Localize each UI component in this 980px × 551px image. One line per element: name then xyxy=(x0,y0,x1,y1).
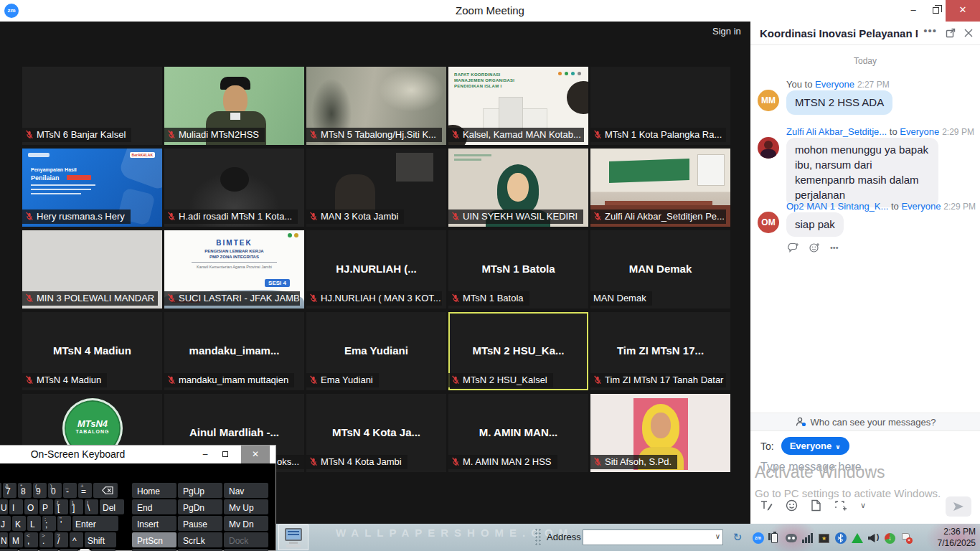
osk-key[interactable]: PgDn xyxy=(178,499,222,514)
osk-key[interactable]: Shift xyxy=(85,532,116,547)
osk-key[interactable]: PrtScn xyxy=(132,532,176,547)
participant-tile[interactable]: Siti Afsoh, S.Pd. xyxy=(590,394,730,472)
action-center-flag-icon[interactable]: ✕ xyxy=(900,530,913,546)
recipient-selector[interactable]: Everyone∨ xyxy=(781,437,849,455)
toolbar-gripper[interactable] xyxy=(534,528,542,547)
chat-popout-icon[interactable] xyxy=(946,28,956,38)
zoom-icon[interactable]: zm xyxy=(752,530,764,546)
bluetooth-icon[interactable] xyxy=(834,530,847,546)
participant-tile[interactable]: MAN 3 Kota Jambi xyxy=(306,149,446,227)
osk-key[interactable] xyxy=(93,483,118,498)
address-refresh-button[interactable]: ↻ xyxy=(729,529,746,545)
osk-key[interactable]: =+ xyxy=(78,483,92,498)
participant-tile[interactable]: MTsN 4 Kota Ja...MTsN 4 Kota Jambi xyxy=(306,394,446,472)
osk-key[interactable]: K xyxy=(12,516,26,531)
osk-maximize-button[interactable] xyxy=(215,446,235,463)
add-reaction-icon[interactable] xyxy=(809,242,820,253)
osk-key[interactable]: \| xyxy=(85,499,98,514)
send-button[interactable] xyxy=(946,496,971,517)
osk-key[interactable]: 0) xyxy=(48,483,62,498)
chat-close-icon[interactable] xyxy=(964,29,973,37)
battery-icon[interactable] xyxy=(768,530,781,546)
osk-key[interactable]: End xyxy=(132,499,176,514)
message-recipient[interactable]: Everyone xyxy=(901,201,941,212)
idm-icon[interactable]: ↓ xyxy=(884,530,896,546)
osk-key[interactable]: 8* xyxy=(18,483,32,498)
smadav-icon[interactable] xyxy=(851,530,863,546)
participant-tile[interactable]: UIN SYEKH WASIL KEDIRI xyxy=(448,149,588,227)
screenshot-tool-icon[interactable]: ★ xyxy=(818,530,830,546)
format-text-icon[interactable] xyxy=(760,500,773,512)
participant-tile[interactable]: MTsN 2 HSU_Ka...MTsN 2 HSU_Kalsel xyxy=(448,312,588,390)
participant-tile[interactable]: M. AMIN MAN...M. AMIN MAN 2 HSS xyxy=(448,394,588,472)
privacy-bar[interactable]: Who can see your messages? xyxy=(750,413,980,431)
participant-tile[interactable]: Zulfi Ali Akbar_Setditjen Pe... xyxy=(590,149,730,227)
participant-tile[interactable]: Tim ZI MTsN 17...Tim ZI MTsN 17 Tanah Da… xyxy=(590,312,730,390)
participant-tile[interactable]: RAPAT KOORDINASIMANAJEMEN ORGANISASIPEND… xyxy=(448,67,588,145)
participant-tile[interactable]: HJ.NURLIAH (...HJ.NURLIAH ( MAN 3 KOT... xyxy=(306,230,446,309)
message-recipient[interactable]: Everyone xyxy=(900,126,939,137)
participant-tile[interactable]: MTsN 1 BatolaMTsN 1 Batola xyxy=(448,230,588,309)
osk-key-partial[interactable] xyxy=(0,483,1,498)
osk-key[interactable]: ScrLk xyxy=(178,532,222,547)
participant-tile[interactable]: MAN DemakMAN Demak xyxy=(590,230,730,309)
participant-tile[interactable]: MTsN 4 MadiunMTsN 4 Madiun xyxy=(22,312,162,390)
close-button[interactable]: ✕ xyxy=(946,0,980,22)
osk-key-partial[interactable]: U xyxy=(0,499,8,514)
restore-button[interactable] xyxy=(925,0,946,22)
participant-tile[interactable]: Muliadi MTsN2HSS xyxy=(164,67,304,145)
osk-key[interactable]: Mv Dn xyxy=(224,516,268,531)
osk-key[interactable]: /? xyxy=(55,532,68,547)
taskbar-osk-button[interactable] xyxy=(278,524,308,550)
reply-icon[interactable] xyxy=(788,242,799,253)
osk-key[interactable]: '" xyxy=(57,516,71,531)
avatar[interactable] xyxy=(758,137,779,159)
osk-key[interactable]: Insert xyxy=(132,516,176,531)
osk-key[interactable]: Nav xyxy=(224,483,268,498)
emoji-icon[interactable] xyxy=(786,499,798,512)
more-options-chevron-icon[interactable]: ∨ xyxy=(860,501,866,510)
file-icon[interactable] xyxy=(811,499,821,512)
message-more-icon[interactable]: ••• xyxy=(830,243,839,252)
participant-tile[interactable]: MTsN 6 Banjar Kalsel xyxy=(22,67,162,145)
network-signal-icon[interactable] xyxy=(801,530,814,546)
osk-key[interactable]: -_ xyxy=(63,483,77,498)
osk-key[interactable]: .> xyxy=(39,532,53,547)
discord-icon[interactable] xyxy=(785,530,797,546)
osk-key[interactable]: P xyxy=(39,499,53,514)
address-input[interactable]: ∨ xyxy=(583,529,723,545)
address-dropdown-icon[interactable]: ∨ xyxy=(715,532,720,540)
osk-key[interactable]: ^ xyxy=(70,532,83,547)
sign-in-link[interactable]: Sign in xyxy=(712,26,741,37)
avatar[interactable]: OM xyxy=(758,212,779,233)
message-input[interactable]: Type message here... xyxy=(760,461,871,474)
screenshot-icon[interactable] xyxy=(834,500,847,512)
osk-key[interactable]: [{ xyxy=(55,499,68,514)
osk-key[interactable]: L xyxy=(27,516,41,531)
participant-tile[interactable]: Ema YudianiEma Yudiani xyxy=(306,312,446,390)
message-sender[interactable]: Op2 MAN 1 Sintang_K... xyxy=(786,201,888,212)
avatar[interactable]: MM xyxy=(758,90,779,111)
osk-key[interactable]: Home xyxy=(132,483,176,498)
osk-key[interactable]: ;: xyxy=(42,516,56,531)
volume-icon[interactable]: ) xyxy=(867,530,880,546)
osk-key[interactable]: M xyxy=(9,532,23,547)
osk-key[interactable]: 9( xyxy=(33,483,47,498)
osk-key[interactable]: Dock xyxy=(224,532,268,547)
message-sender[interactable]: Zulfi Ali Akbar_Setditje... xyxy=(786,126,887,137)
osk-key-partial[interactable]: J xyxy=(0,516,11,531)
osk-key[interactable]: Del xyxy=(100,499,124,514)
taskbar-clock[interactable]: 2:36 PM 7/16/2025 xyxy=(918,526,976,549)
osk-key-partial[interactable]: N xyxy=(0,532,8,547)
osk-key[interactable]: Pause xyxy=(178,516,222,531)
chat-more-icon[interactable]: ••• xyxy=(923,24,937,37)
osk-key[interactable]: PgUp xyxy=(178,483,222,498)
osk-key[interactable]: I xyxy=(9,499,23,514)
message-recipient[interactable]: Everyone xyxy=(815,79,854,90)
osk-close-button[interactable]: ✕ xyxy=(241,446,270,463)
osk-key[interactable]: ]} xyxy=(70,499,83,514)
participant-tile[interactable]: MTsN 1 Kota Palangka Ra... xyxy=(590,67,730,145)
participant-tile[interactable]: BerAKHLAKPenyampaian HasilPenilaianHery … xyxy=(22,149,162,227)
participant-tile[interactable]: H.adi rosadi MTsN 1 Kota... xyxy=(164,149,304,227)
participant-tile[interactable]: BIMTEKPENGISIAN LEMBAR KERJAPMP ZONA INT… xyxy=(164,230,304,309)
